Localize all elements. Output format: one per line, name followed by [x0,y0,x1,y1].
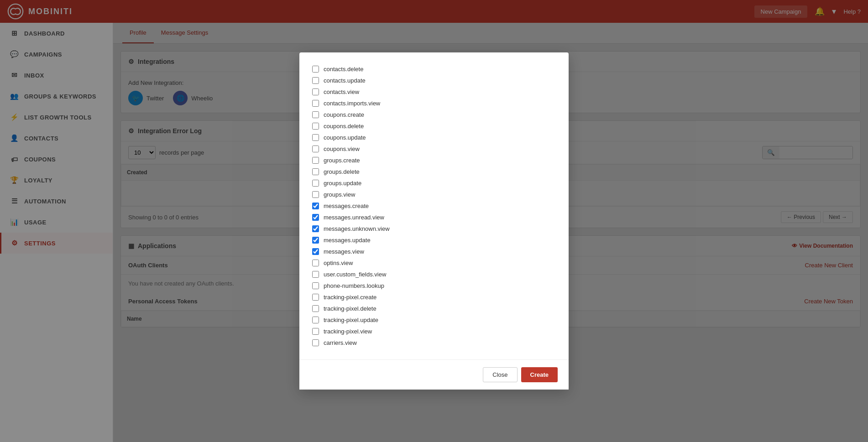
permission-checkbox-groups.delete[interactable] [312,168,319,175]
permission-checkbox-contacts.view[interactable] [312,88,319,95]
permission-checkbox-messages.update[interactable] [312,237,319,244]
permission-item-tracking-pixel.delete: tracking-pixel.delete [312,303,556,314]
permission-checkbox-messages.unknown.view[interactable] [312,225,319,232]
permission-item-groups.view: groups.view [312,189,556,200]
permission-item-user.custom_fields.view: user.custom_fields.view [312,269,556,280]
permission-checkbox-messages.view[interactable] [312,248,319,255]
permission-item-contacts.imports.view: contacts.imports.view [312,98,556,109]
permission-label-groups.view: groups.view [324,191,355,198]
permission-label-tracking-pixel.view: tracking-pixel.view [324,328,372,335]
permission-item-phone-numbers.lookup: phone-numbers.lookup [312,280,556,291]
permission-checkbox-tracking-pixel.create[interactable] [312,294,319,301]
permission-checkbox-contacts.delete[interactable] [312,66,319,73]
permission-label-phone-numbers.lookup: phone-numbers.lookup [324,282,384,289]
permission-item-messages.view: messages.view [312,246,556,257]
create-button[interactable]: Create [521,367,558,382]
permission-checkbox-tracking-pixel.delete[interactable] [312,305,319,312]
permission-label-messages.view: messages.view [324,248,364,255]
permission-checkbox-groups.view[interactable] [312,191,319,198]
modal-overlay[interactable]: contacts.delete contacts.update contacts… [0,0,868,442]
permission-checkbox-coupons.delete[interactable] [312,123,319,130]
permission-item-groups.create: groups.create [312,155,556,166]
permission-label-messages.unknown.view: messages.unknown.view [324,225,390,232]
permission-checkbox-messages.create[interactable] [312,203,319,209]
permissions-modal: contacts.delete contacts.update contacts… [299,52,569,390]
permission-label-carriers.view: carriers.view [324,339,357,346]
permission-checkbox-coupons.view[interactable] [312,146,319,152]
permission-label-contacts.imports.view: contacts.imports.view [324,100,380,107]
permission-label-contacts.view: contacts.view [324,88,359,95]
permission-label-tracking-pixel.create: tracking-pixel.create [324,294,376,301]
close-button[interactable]: Close [483,367,517,382]
permission-item-coupons.view: coupons.view [312,143,556,155]
permission-item-messages.unknown.view: messages.unknown.view [312,223,556,234]
permission-label-coupons.update: coupons.update [324,134,366,141]
permission-item-contacts.view: contacts.view [312,86,556,98]
permission-label-groups.delete: groups.delete [324,168,360,175]
permission-label-coupons.create: coupons.create [324,111,364,118]
permission-item-contacts.delete: contacts.delete [312,63,556,75]
permission-checkbox-phone-numbers.lookup[interactable] [312,282,319,289]
permission-item-groups.delete: groups.delete [312,166,556,177]
permission-label-contacts.update: contacts.update [324,77,366,84]
permission-label-optins.view: optins.view [324,260,353,266]
modal-footer: Close Create [299,359,569,390]
permission-label-messages.create: messages.create [324,203,369,209]
modal-body: contacts.delete contacts.update contacts… [299,52,569,359]
permission-checkbox-optins.view[interactable] [312,260,319,266]
permission-checkbox-contacts.update[interactable] [312,77,319,84]
permission-checkbox-groups.create[interactable] [312,157,319,164]
permission-checkbox-coupons.create[interactable] [312,111,319,118]
permission-item-messages.create: messages.create [312,200,556,212]
permission-label-coupons.delete: coupons.delete [324,123,364,130]
permission-item-messages.update: messages.update [312,234,556,246]
permission-label-user.custom_fields.view: user.custom_fields.view [324,271,386,278]
permission-item-tracking-pixel.create: tracking-pixel.create [312,291,556,303]
permission-checkbox-messages.unread.view[interactable] [312,214,319,221]
permission-item-optins.view: optins.view [312,257,556,269]
permission-label-coupons.view: coupons.view [324,146,360,152]
permission-item-tracking-pixel.view: tracking-pixel.view [312,326,556,337]
permission-label-tracking-pixel.delete: tracking-pixel.delete [324,305,376,312]
permission-item-groups.update: groups.update [312,177,556,189]
permission-label-tracking-pixel.update: tracking-pixel.update [324,317,378,323]
permission-checkbox-groups.update[interactable] [312,180,319,187]
permission-label-groups.create: groups.create [324,157,360,164]
permission-item-coupons.create: coupons.create [312,109,556,120]
permission-item-carriers.view: carriers.view [312,337,556,348]
permission-label-messages.update: messages.update [324,237,371,244]
permission-item-coupons.update: coupons.update [312,132,556,143]
permission-label-groups.update: groups.update [324,180,361,187]
permission-checkbox-coupons.update[interactable] [312,134,319,141]
permission-checkbox-user.custom_fields.view[interactable] [312,271,319,278]
permission-item-coupons.delete: coupons.delete [312,120,556,132]
permission-checkbox-carriers.view[interactable] [312,339,319,346]
permission-item-messages.unread.view: messages.unread.view [312,212,556,223]
permission-item-tracking-pixel.update: tracking-pixel.update [312,314,556,326]
permission-item-contacts.update: contacts.update [312,75,556,86]
permission-checkbox-tracking-pixel.view[interactable] [312,328,319,335]
permission-label-messages.unread.view: messages.unread.view [324,214,384,221]
permission-checkbox-tracking-pixel.update[interactable] [312,317,319,323]
permission-label-contacts.delete: contacts.delete [324,66,363,73]
permission-checkbox-contacts.imports.view[interactable] [312,100,319,107]
